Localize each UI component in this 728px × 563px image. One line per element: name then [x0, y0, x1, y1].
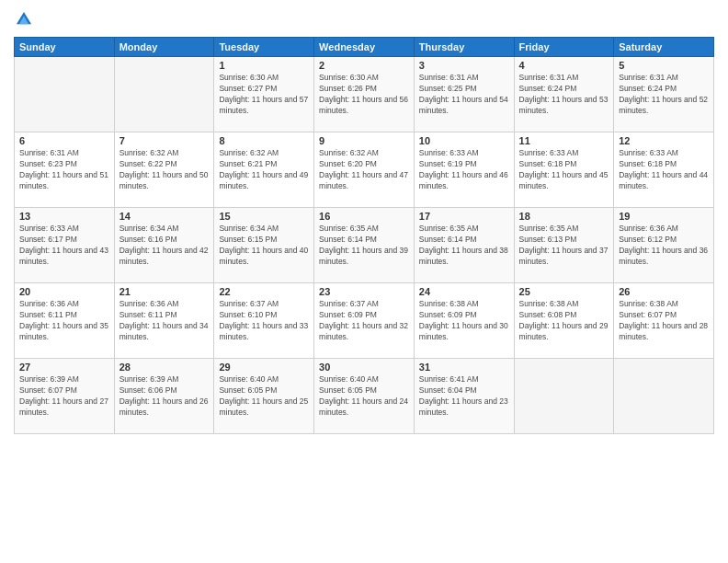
calendar-day-cell: 4Sunrise: 6:31 AM Sunset: 6:24 PM Daylig… [514, 57, 614, 132]
day-number: 15 [219, 211, 309, 222]
day-number: 7 [119, 135, 210, 146]
day-info: Sunrise: 6:38 AM Sunset: 6:07 PM Dayligh… [619, 299, 709, 343]
weekday-header: Sunday [15, 38, 115, 57]
calendar-day-cell [114, 57, 214, 132]
weekday-header: Thursday [414, 38, 514, 57]
calendar-day-cell: 19Sunrise: 6:36 AM Sunset: 6:12 PM Dayli… [614, 208, 714, 283]
calendar-day-cell: 28Sunrise: 6:39 AM Sunset: 6:06 PM Dayli… [114, 359, 214, 434]
day-info: Sunrise: 6:36 AM Sunset: 6:11 PM Dayligh… [119, 299, 210, 343]
day-number: 16 [319, 211, 409, 222]
day-number: 6 [19, 135, 109, 146]
calendar-day-cell: 15Sunrise: 6:34 AM Sunset: 6:15 PM Dayli… [214, 208, 314, 283]
logo-icon [14, 9, 34, 29]
calendar-day-cell: 26Sunrise: 6:38 AM Sunset: 6:07 PM Dayli… [614, 283, 714, 359]
calendar-header: SundayMondayTuesdayWednesdayThursdayFrid… [15, 38, 714, 57]
day-info: Sunrise: 6:31 AM Sunset: 6:25 PM Dayligh… [419, 73, 509, 117]
calendar-day-cell: 7Sunrise: 6:32 AM Sunset: 6:22 PM Daylig… [114, 132, 214, 208]
day-info: Sunrise: 6:30 AM Sunset: 6:27 PM Dayligh… [219, 73, 309, 117]
day-info: Sunrise: 6:34 AM Sunset: 6:16 PM Dayligh… [119, 224, 210, 268]
day-number: 9 [319, 135, 409, 146]
calendar-day-cell: 30Sunrise: 6:40 AM Sunset: 6:05 PM Dayli… [314, 359, 415, 434]
day-info: Sunrise: 6:33 AM Sunset: 6:19 PM Dayligh… [419, 148, 509, 192]
day-number: 17 [419, 211, 509, 222]
day-number: 24 [419, 286, 509, 297]
day-info: Sunrise: 6:33 AM Sunset: 6:18 PM Dayligh… [519, 148, 609, 192]
calendar-day-cell: 5Sunrise: 6:31 AM Sunset: 6:24 PM Daylig… [614, 57, 714, 132]
calendar-day-cell: 6Sunrise: 6:31 AM Sunset: 6:23 PM Daylig… [15, 132, 115, 208]
calendar-day-cell [514, 359, 614, 434]
calendar-day-cell: 17Sunrise: 6:35 AM Sunset: 6:14 PM Dayli… [414, 208, 514, 283]
day-info: Sunrise: 6:35 AM Sunset: 6:14 PM Dayligh… [419, 224, 509, 268]
day-number: 5 [619, 60, 709, 71]
weekday-header: Friday [514, 38, 614, 57]
day-number: 30 [319, 362, 409, 373]
calendar-day-cell: 29Sunrise: 6:40 AM Sunset: 6:05 PM Dayli… [214, 359, 314, 434]
weekday-header: Tuesday [214, 38, 314, 57]
day-number: 13 [19, 211, 109, 222]
day-info: Sunrise: 6:37 AM Sunset: 6:09 PM Dayligh… [319, 299, 409, 343]
day-info: Sunrise: 6:39 AM Sunset: 6:07 PM Dayligh… [19, 374, 109, 419]
day-number: 10 [419, 135, 509, 146]
day-number: 31 [419, 362, 509, 373]
day-info: Sunrise: 6:32 AM Sunset: 6:20 PM Dayligh… [319, 148, 409, 192]
day-number: 2 [319, 60, 409, 71]
day-number: 11 [519, 135, 609, 146]
day-info: Sunrise: 6:31 AM Sunset: 6:23 PM Dayligh… [19, 148, 109, 192]
day-number: 19 [619, 211, 709, 222]
day-info: Sunrise: 6:33 AM Sunset: 6:18 PM Dayligh… [619, 148, 709, 192]
day-info: Sunrise: 6:39 AM Sunset: 6:06 PM Dayligh… [119, 374, 210, 419]
calendar-day-cell: 25Sunrise: 6:38 AM Sunset: 6:08 PM Dayli… [514, 283, 614, 359]
calendar-body: 1Sunrise: 6:30 AM Sunset: 6:27 PM Daylig… [15, 57, 714, 434]
day-info: Sunrise: 6:32 AM Sunset: 6:22 PM Dayligh… [119, 148, 210, 192]
header-row: SundayMondayTuesdayWednesdayThursdayFrid… [15, 38, 714, 57]
calendar-day-cell [15, 57, 115, 132]
day-info: Sunrise: 6:35 AM Sunset: 6:13 PM Dayligh… [519, 224, 609, 268]
day-info: Sunrise: 6:41 AM Sunset: 6:04 PM Dayligh… [419, 374, 509, 419]
weekday-header: Saturday [614, 38, 714, 57]
calendar-week-row: 20Sunrise: 6:36 AM Sunset: 6:11 PM Dayli… [15, 283, 714, 359]
calendar-day-cell: 14Sunrise: 6:34 AM Sunset: 6:16 PM Dayli… [114, 208, 214, 283]
day-number: 26 [619, 286, 709, 297]
day-number: 27 [19, 362, 109, 373]
calendar-day-cell: 8Sunrise: 6:32 AM Sunset: 6:21 PM Daylig… [214, 132, 314, 208]
day-number: 14 [119, 211, 210, 222]
day-info: Sunrise: 6:30 AM Sunset: 6:26 PM Dayligh… [319, 73, 409, 117]
day-number: 18 [519, 211, 609, 222]
page: SundayMondayTuesdayWednesdayThursdayFrid… [0, 0, 728, 563]
calendar-day-cell: 11Sunrise: 6:33 AM Sunset: 6:18 PM Dayli… [514, 132, 614, 208]
day-number: 28 [119, 362, 210, 373]
day-number: 8 [219, 135, 309, 146]
day-number: 25 [519, 286, 609, 297]
day-number: 20 [19, 286, 109, 297]
header [14, 9, 714, 29]
calendar-day-cell: 2Sunrise: 6:30 AM Sunset: 6:26 PM Daylig… [314, 57, 415, 132]
day-number: 3 [419, 60, 509, 71]
calendar-day-cell: 23Sunrise: 6:37 AM Sunset: 6:09 PM Dayli… [314, 283, 415, 359]
day-number: 23 [319, 286, 409, 297]
calendar-day-cell: 16Sunrise: 6:35 AM Sunset: 6:14 PM Dayli… [314, 208, 415, 283]
day-number: 4 [519, 60, 609, 71]
calendar-day-cell: 22Sunrise: 6:37 AM Sunset: 6:10 PM Dayli… [214, 283, 314, 359]
calendar-day-cell: 9Sunrise: 6:32 AM Sunset: 6:20 PM Daylig… [314, 132, 415, 208]
logo [14, 9, 38, 29]
calendar-week-row: 6Sunrise: 6:31 AM Sunset: 6:23 PM Daylig… [15, 132, 714, 208]
day-number: 1 [219, 60, 309, 71]
day-info: Sunrise: 6:33 AM Sunset: 6:17 PM Dayligh… [19, 224, 109, 268]
calendar-day-cell [614, 359, 714, 434]
calendar-week-row: 13Sunrise: 6:33 AM Sunset: 6:17 PM Dayli… [15, 208, 714, 283]
day-info: Sunrise: 6:36 AM Sunset: 6:12 PM Dayligh… [619, 224, 709, 268]
weekday-header: Wednesday [314, 38, 415, 57]
calendar-table: SundayMondayTuesdayWednesdayThursdayFrid… [14, 37, 714, 434]
calendar-day-cell: 18Sunrise: 6:35 AM Sunset: 6:13 PM Dayli… [514, 208, 614, 283]
day-number: 29 [219, 362, 309, 373]
calendar-day-cell: 21Sunrise: 6:36 AM Sunset: 6:11 PM Dayli… [114, 283, 214, 359]
day-info: Sunrise: 6:38 AM Sunset: 6:09 PM Dayligh… [419, 299, 509, 343]
day-info: Sunrise: 6:40 AM Sunset: 6:05 PM Dayligh… [319, 374, 409, 419]
day-info: Sunrise: 6:40 AM Sunset: 6:05 PM Dayligh… [219, 374, 309, 419]
calendar-week-row: 1Sunrise: 6:30 AM Sunset: 6:27 PM Daylig… [15, 57, 714, 132]
day-info: Sunrise: 6:34 AM Sunset: 6:15 PM Dayligh… [219, 224, 309, 268]
day-number: 12 [619, 135, 709, 146]
day-number: 22 [219, 286, 309, 297]
day-info: Sunrise: 6:31 AM Sunset: 6:24 PM Dayligh… [519, 73, 609, 117]
calendar-day-cell: 27Sunrise: 6:39 AM Sunset: 6:07 PM Dayli… [15, 359, 115, 434]
